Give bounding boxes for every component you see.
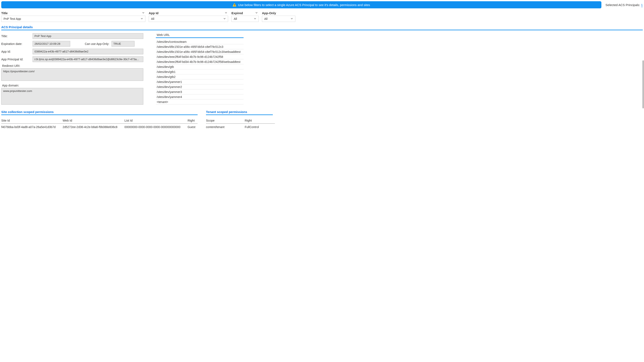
table-cell: Guest — [188, 124, 198, 130]
table-row[interactable]: f407bbba-bd3f-4ad8-a07a-26a5e41d3b7d2d52… — [1, 124, 198, 130]
weburl-item[interactable]: /sites/dev/eee2f64f-bd34-4b7b-9c96-d124b… — [156, 54, 244, 59]
filter-apponly-label[interactable]: App-Only — [262, 11, 295, 16]
filter-expired-dropdown[interactable]: All — [232, 16, 258, 22]
title-label: Title: — [1, 34, 30, 38]
selected-principals-count: Selected ACS Principals: 1 — [606, 3, 643, 7]
chevron-down-icon — [254, 17, 256, 20]
warning-icon: ⚠️ — [232, 3, 236, 7]
apponly-label: Can use App-Only: — [85, 42, 110, 46]
scrollbar[interactable] — [642, 60, 644, 108]
weburl-item[interactable]: /sites/dev/yammer1 — [156, 80, 244, 84]
filters-row: Title PnP Test App App Id All Ex — [1, 11, 643, 22]
filter-expired-text: Expired — [232, 11, 243, 15]
filter-expired-value: All — [234, 17, 237, 20]
chevron-down-icon — [142, 12, 144, 14]
weburl-item[interactable]: /sites/dev/eee2f64f-bd34-4b7b-9c96-d124b… — [156, 59, 244, 64]
selected-label: Selected ACS Principals: — [606, 3, 640, 7]
weburl-item[interactable]: /sites/dev/gtb1 — [156, 69, 244, 74]
weburl-list: /sites/dev/contosoteam/sites/dev/d9c1501… — [156, 39, 244, 104]
filter-appid-value: All — [151, 17, 154, 20]
redirect-label: Redirect URI: — [2, 64, 143, 68]
table-cell: 00000000-0000-0000-0000-000000000000 — [124, 124, 188, 130]
weburl-item[interactable]: /sites/dev/yammer2 — [156, 84, 244, 90]
table-header[interactable]: Right — [188, 118, 198, 124]
site-perms-table: Site IdWeb IdList IdRight f407bbba-bd3f-… — [1, 118, 198, 130]
tenant-perms-table: ScopeRight content/tenantFullControl — [206, 118, 275, 130]
weburl-item[interactable]: /sites/dev/d9c1501e-a56c-495f-bb54-c8ef7… — [156, 44, 244, 49]
weburl-item[interactable]: /sites/dev/gtb — [156, 64, 244, 69]
expiration-label: Expiration date: — [1, 42, 30, 46]
weburl-item[interactable]: /sites/dev/contosoteam — [156, 39, 244, 44]
filter-title-value: PnP Test App — [4, 17, 21, 20]
selected-number[interactable]: 1 — [641, 3, 643, 7]
chevron-down-icon — [140, 17, 143, 20]
table-cell: content/tenant — [206, 124, 245, 130]
table-row[interactable]: content/tenantFullControl — [206, 124, 275, 130]
filter-title-label[interactable]: Title — [1, 11, 146, 16]
table-header[interactable]: Site Id — [1, 118, 63, 124]
tenant-perms-header: Tenant scoped permissions — [206, 110, 273, 115]
filter-title-dropdown[interactable]: PnP Test App — [1, 16, 146, 22]
weburl-header[interactable]: Web URL — [156, 33, 244, 38]
expiration-value: 26/02/2017 10:09:28 — [32, 41, 70, 46]
banner-text: Use below filters to select a single Azu… — [238, 3, 370, 7]
table-cell: f407bbba-bd3f-4ad8-a07a-26a5e41d3b7d — [1, 124, 63, 130]
domain-value: www.pnpunittester.com — [1, 88, 143, 105]
filter-appid-dropdown[interactable]: All — [149, 16, 228, 22]
table-header[interactable]: Right — [245, 118, 275, 124]
weburl-panel: Web URL /sites/dev/contosoteam/sites/dev… — [156, 33, 244, 105]
site-perms-header: Site collection scoped permissions — [1, 110, 198, 115]
filter-apponly-text: App-Only — [262, 11, 276, 15]
filter-apponly-dropdown[interactable]: All — [262, 16, 295, 22]
title-value: PnP Test App — [32, 33, 143, 39]
table-cell: 2d5272ee-2d36-4c2e-b8a6-f9b088e836c8 — [63, 124, 124, 130]
filter-title-text: Title — [1, 11, 8, 15]
appid-value: 0389422a-e43b-4977-a617-d8438d9ae3e2 — [32, 49, 143, 54]
weburl-item[interactable]: /sites/dev/d9c1501e-a56c-495f-bb54-c8ef7… — [156, 49, 244, 54]
chevron-down-icon — [290, 17, 293, 20]
table-header[interactable]: List Id — [124, 118, 188, 124]
table-header[interactable]: Scope — [206, 118, 245, 124]
details-left-panel: Title: PnP Test App Expiration date: 26/… — [1, 33, 143, 105]
chevron-down-icon — [225, 12, 227, 14]
domain-label: App domain: — [2, 84, 143, 87]
weburl-item[interactable]: <tenant> — [156, 100, 244, 104]
filter-apponly-value: All — [264, 17, 268, 20]
details-section-header: ACS Principal details — [1, 25, 643, 30]
filter-appid-text: App Id — [149, 11, 158, 15]
filter-appid-label[interactable]: App Id — [149, 11, 228, 16]
appid-label: App Id: — [1, 50, 30, 53]
info-banner: ⚠️ Use below filters to select a single … — [1, 1, 602, 8]
weburl-item[interactable]: /sites/dev/yammer3 — [156, 90, 244, 94]
chevron-down-icon — [223, 17, 226, 20]
chevron-down-icon — [255, 12, 258, 14]
table-cell: FullControl — [245, 124, 275, 130]
weburl-item[interactable]: /sites/dev/yammer4 — [156, 94, 244, 100]
weburl-item[interactable]: /sites/dev/gtb2 — [156, 74, 244, 80]
filter-expired-label[interactable]: Expired — [232, 11, 258, 16]
table-header[interactable]: Web Id — [63, 118, 124, 124]
apponly-value: TRUE — [112, 41, 134, 46]
redirect-value: https://pnpunittester.com/ — [1, 68, 143, 81]
principalid-label: App Principal Id: — [1, 58, 30, 61]
principalid-value: i:0i.t|ms.sp.ext|0389422a-e43b-4977-a617… — [32, 56, 143, 62]
